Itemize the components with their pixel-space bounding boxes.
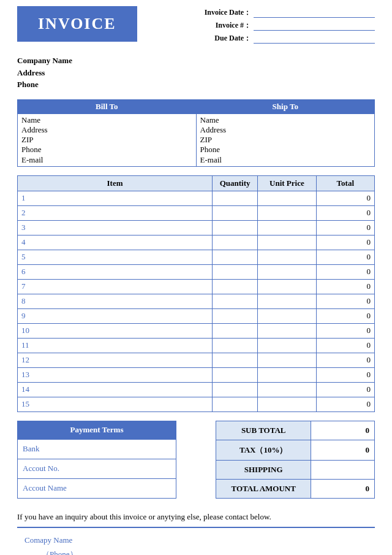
item-total: 0 — [316, 353, 374, 367]
invoice-date-field[interactable] — [254, 8, 375, 18]
items-table: Item Quantity Unit Price Total 102030405… — [17, 175, 375, 412]
total-amount-label: TOTAL AMOUNT — [216, 479, 311, 498]
item-qty[interactable] — [213, 235, 258, 250]
item-row[interactable]: 20 — [18, 205, 375, 220]
item-row[interactable]: 130 — [18, 367, 375, 382]
item-price[interactable] — [258, 338, 316, 353]
item-qty[interactable] — [213, 323, 258, 338]
item-row[interactable]: 90 — [18, 308, 375, 323]
item-total: 0 — [316, 264, 374, 279]
item-index[interactable]: 12 — [18, 353, 213, 367]
payment-terms-table: Payment Terms Bank Accout No. Accout Nam… — [17, 421, 176, 499]
item-index[interactable]: 11 — [18, 338, 213, 353]
item-price[interactable] — [258, 279, 316, 294]
item-total: 0 — [316, 308, 374, 323]
payment-account-no[interactable]: Accout No. — [18, 459, 176, 478]
ship-to-cell[interactable]: Name Address ZIP Phone E-mail — [196, 113, 375, 166]
bill-to-cell[interactable]: Name Address ZIP Phone E-mail — [18, 113, 197, 166]
col-total: Total — [316, 175, 374, 191]
contact-box: Comapy Name （Phone） （E-mail） — [17, 527, 375, 555]
col-unit-price: Unit Price — [258, 175, 316, 191]
contact-phone: （Phone） — [24, 547, 368, 555]
item-row[interactable]: 50 — [18, 250, 375, 264]
item-row[interactable]: 80 — [18, 294, 375, 308]
item-index[interactable]: 5 — [18, 250, 213, 264]
item-price[interactable] — [258, 235, 316, 250]
totals-table: SUB TOTAL 0 TAX（10%） 0 SHIPPING TOTAL AM… — [216, 421, 375, 499]
item-row[interactable]: 30 — [18, 220, 375, 235]
item-price[interactable] — [258, 353, 316, 367]
item-index[interactable]: 9 — [18, 308, 213, 323]
item-index[interactable]: 15 — [18, 397, 213, 411]
item-price[interactable] — [258, 250, 316, 264]
item-index[interactable]: 13 — [18, 367, 213, 382]
item-index[interactable]: 2 — [18, 205, 213, 220]
inquiry-text: If you have an inquiry about this invoic… — [17, 512, 375, 522]
item-qty[interactable] — [213, 264, 258, 279]
item-qty[interactable] — [213, 367, 258, 382]
item-price[interactable] — [258, 382, 316, 397]
total-amount-value: 0 — [311, 479, 375, 498]
item-row[interactable]: 120 — [18, 353, 375, 367]
item-price[interactable] — [258, 367, 316, 382]
item-row[interactable]: 110 — [18, 338, 375, 353]
tax-value: 0 — [311, 440, 375, 460]
item-index[interactable]: 1 — [18, 191, 213, 205]
due-date-field[interactable] — [254, 34, 375, 44]
item-row[interactable]: 40 — [18, 235, 375, 250]
item-qty[interactable] — [213, 382, 258, 397]
item-index[interactable]: 8 — [18, 294, 213, 308]
item-index[interactable]: 10 — [18, 323, 213, 338]
company-block: Company Name Address Phone — [17, 55, 375, 91]
item-price[interactable] — [258, 264, 316, 279]
item-qty[interactable] — [213, 397, 258, 411]
item-total: 0 — [316, 235, 374, 250]
item-row[interactable]: 140 — [18, 382, 375, 397]
item-price[interactable] — [258, 308, 316, 323]
item-index[interactable]: 3 — [18, 220, 213, 235]
payment-bank[interactable]: Bank — [18, 439, 176, 459]
item-total: 0 — [316, 382, 374, 397]
item-row[interactable]: 150 — [18, 397, 375, 411]
item-price[interactable] — [258, 323, 316, 338]
item-row[interactable]: 10 — [18, 191, 375, 205]
item-qty[interactable] — [213, 220, 258, 235]
item-price[interactable] — [258, 205, 316, 220]
item-qty[interactable] — [213, 250, 258, 264]
subtotal-value: 0 — [311, 421, 375, 440]
item-index[interactable]: 14 — [18, 382, 213, 397]
item-price[interactable] — [258, 397, 316, 411]
item-total: 0 — [316, 279, 374, 294]
item-price[interactable] — [258, 294, 316, 308]
item-qty[interactable] — [213, 294, 258, 308]
ship-to-header: Ship To — [196, 99, 375, 113]
item-qty[interactable] — [213, 338, 258, 353]
item-qty[interactable] — [213, 308, 258, 323]
item-index[interactable]: 4 — [18, 235, 213, 250]
contact-company: Comapy Name — [24, 533, 368, 547]
col-quantity: Quantity — [213, 175, 258, 191]
item-qty[interactable] — [213, 353, 258, 367]
item-qty[interactable] — [213, 191, 258, 205]
col-item: Item — [18, 175, 213, 191]
item-index[interactable]: 7 — [18, 279, 213, 294]
item-price[interactable] — [258, 220, 316, 235]
item-total: 0 — [316, 397, 374, 411]
item-row[interactable]: 100 — [18, 323, 375, 338]
company-phone-label: Phone — [17, 78, 375, 91]
invoice-badge: INVOICE — [17, 6, 137, 42]
due-date-label: Due Date： — [197, 33, 254, 44]
item-qty[interactable] — [213, 205, 258, 220]
item-index[interactable]: 6 — [18, 264, 213, 279]
item-total: 0 — [316, 220, 374, 235]
item-row[interactable]: 70 — [18, 279, 375, 294]
meta-block: Invoice Date： Invoice #： Due Date： — [197, 6, 375, 46]
invoice-number-field[interactable] — [254, 21, 375, 31]
item-total: 0 — [316, 250, 374, 264]
item-row[interactable]: 60 — [18, 264, 375, 279]
item-total: 0 — [316, 338, 374, 353]
item-qty[interactable] — [213, 279, 258, 294]
payment-account-name[interactable]: Accout Name — [18, 478, 176, 498]
item-price[interactable] — [258, 191, 316, 205]
item-total: 0 — [316, 294, 374, 308]
